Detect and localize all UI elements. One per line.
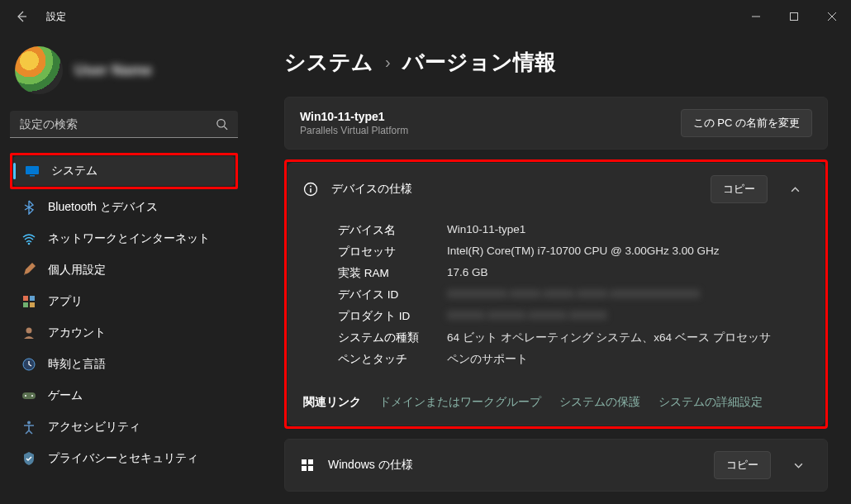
- sidebar-item-game[interactable]: ゲーム: [10, 381, 238, 411]
- svg-rect-11: [22, 392, 36, 399]
- svg-rect-8: [30, 302, 35, 307]
- accessibility-icon: [21, 420, 36, 435]
- spec-value: 64 ビット オペレーティング システム、x64 ベース プロセッサ: [447, 330, 771, 345]
- sidebar: User Name システムBluetooth とデバイスネットワークとインター…: [0, 33, 248, 504]
- device-spec-body: デバイス名Win10-11-type1プロセッサIntel(R) Core(TM…: [288, 215, 824, 383]
- sidebar-item-label: プライバシーとセキュリティ: [48, 451, 198, 466]
- windows-spec-panel: Windows の仕様 コピー: [284, 439, 828, 492]
- sidebar-item-label: アプリ: [48, 294, 83, 309]
- svg-rect-18: [308, 459, 313, 464]
- spec-value: Intel(R) Core(TM) i7-10700 CPU @ 3.00GHz…: [447, 245, 720, 259]
- main-content: システム › バージョン情報 Win10-11-type1 Parallels …: [248, 33, 851, 504]
- back-button[interactable]: [15, 10, 31, 23]
- svg-rect-17: [302, 459, 307, 464]
- caption-controls: [737, 0, 851, 33]
- copy-device-spec-button[interactable]: コピー: [711, 175, 768, 203]
- account-icon: [21, 326, 36, 340]
- spec-row: 実装 RAM17.6 GB: [338, 263, 809, 284]
- privacy-icon: [21, 451, 36, 466]
- svg-rect-0: [791, 13, 798, 21]
- pc-name-card: Win10-11-type1 Parallels Virtual Platfor…: [284, 97, 828, 150]
- spec-key: ペンとタッチ: [338, 352, 427, 367]
- chevron-down-icon[interactable]: [784, 451, 812, 479]
- breadcrumb-parent[interactable]: システム: [284, 48, 373, 77]
- related-links-label: 関連リンク: [303, 395, 361, 410]
- sidebar-item-accessibility[interactable]: アクセシビリティ: [10, 412, 238, 442]
- maximize-button[interactable]: [775, 0, 813, 33]
- device-spec-panel: デバイスの仕様 コピー デバイス名Win10-11-type1プロセッサInte…: [288, 163, 825, 426]
- svg-point-13: [31, 395, 33, 397]
- svg-point-14: [27, 421, 31, 425]
- apps-icon: [21, 294, 36, 309]
- windows-icon: [300, 458, 315, 473]
- nav-list: システムBluetooth とデバイスネットワークとインターネット個人用設定アプ…: [10, 153, 238, 473]
- sidebar-item-time[interactable]: 時刻と言語: [10, 349, 238, 379]
- pc-platform: Parallels Virtual Platform: [300, 125, 408, 136]
- pc-name: Win10-11-type1: [300, 110, 408, 123]
- chevron-right-icon: ›: [385, 53, 391, 72]
- rename-pc-button[interactable]: この PC の名前を変更: [681, 109, 812, 137]
- highlighted-nav-item: システム: [10, 153, 238, 189]
- svg-rect-5: [23, 296, 28, 301]
- sidebar-item-system[interactable]: システム: [13, 156, 235, 186]
- highlighted-device-panel: デバイスの仕様 コピー デバイス名Win10-11-type1プロセッサInte…: [284, 159, 828, 429]
- sidebar-item-label: ゲーム: [48, 388, 83, 403]
- info-icon: [303, 182, 318, 197]
- time-icon: [21, 357, 36, 372]
- spec-row: デバイス IDXXXXXXXX-XXXX-XXXX-XXXX-XXXXXXXXX…: [338, 284, 809, 306]
- sidebar-item-account[interactable]: アカウント: [10, 318, 238, 348]
- windows-spec-header[interactable]: Windows の仕様 コピー: [285, 440, 827, 491]
- chevron-up-icon[interactable]: [781, 175, 809, 203]
- related-link[interactable]: システムの詳細設定: [658, 395, 763, 410]
- spec-value: XXXXXXXX-XXXX-XXXX-XXXX-XXXXXXXXXXXX: [447, 288, 700, 302]
- profile-area[interactable]: User Name: [10, 40, 238, 111]
- sidebar-item-label: Bluetooth とデバイス: [48, 200, 158, 215]
- search-input[interactable]: [10, 111, 238, 138]
- related-link[interactable]: システムの保護: [559, 395, 640, 410]
- spec-key: プロダクト ID: [338, 309, 427, 324]
- related-link[interactable]: ドメインまたはワークグループ: [379, 395, 541, 410]
- window-title: 設定: [46, 10, 66, 24]
- profile-name: User Name: [74, 62, 152, 79]
- svg-point-9: [26, 328, 32, 334]
- sidebar-item-apps[interactable]: アプリ: [10, 287, 238, 316]
- copy-windows-spec-button[interactable]: コピー: [714, 451, 771, 479]
- game-icon: [21, 388, 36, 403]
- search-box: [10, 111, 238, 138]
- svg-rect-6: [30, 296, 35, 301]
- device-spec-title: デバイスの仕様: [331, 182, 697, 197]
- windows-spec-title: Windows の仕様: [328, 458, 701, 473]
- svg-rect-2: [26, 166, 39, 174]
- titlebar: 設定: [0, 0, 851, 33]
- sidebar-item-label: アクセシビリティ: [48, 420, 140, 435]
- related-links: 関連リンク ドメインまたはワークグループシステムの保護システムの詳細設定: [288, 383, 824, 425]
- personalize-icon: [21, 263, 36, 278]
- app-root: User Name システムBluetooth とデバイスネットワークとインター…: [0, 33, 851, 504]
- sidebar-item-network[interactable]: ネットワークとインターネット: [10, 224, 238, 254]
- spec-key: デバイス ID: [338, 288, 427, 302]
- spec-value: XXXXX-XXXXX-XXXXX-XXXXX: [447, 309, 607, 324]
- svg-rect-19: [302, 466, 307, 471]
- search-icon: [216, 117, 228, 130]
- svg-point-1: [217, 119, 225, 126]
- spec-value: 17.6 GB: [447, 266, 488, 281]
- bluetooth-icon: [21, 200, 36, 215]
- svg-rect-20: [308, 466, 313, 471]
- close-button[interactable]: [813, 0, 851, 33]
- breadcrumb-current: バージョン情報: [402, 48, 556, 77]
- sidebar-item-privacy[interactable]: プライバシーとセキュリティ: [10, 444, 238, 473]
- spec-row: ペンとタッチペンのサポート: [338, 349, 809, 370]
- spec-value: Win10-11-type1: [447, 223, 525, 238]
- system-icon: [25, 164, 40, 178]
- sidebar-item-personalize[interactable]: 個人用設定: [10, 255, 238, 285]
- spec-row: システムの種類64 ビット オペレーティング システム、x64 ベース プロセッ…: [338, 327, 809, 349]
- spec-key: プロセッサ: [338, 245, 427, 259]
- device-spec-header[interactable]: デバイスの仕様 コピー: [288, 164, 824, 215]
- spec-row: デバイス名Win10-11-type1: [338, 220, 809, 241]
- network-icon: [21, 231, 36, 246]
- sidebar-item-bluetooth[interactable]: Bluetooth とデバイス: [10, 193, 238, 222]
- sidebar-item-label: 時刻と言語: [48, 357, 106, 372]
- minimize-button[interactable]: [737, 0, 775, 33]
- spec-key: デバイス名: [338, 223, 427, 238]
- breadcrumb: システム › バージョン情報: [284, 48, 828, 77]
